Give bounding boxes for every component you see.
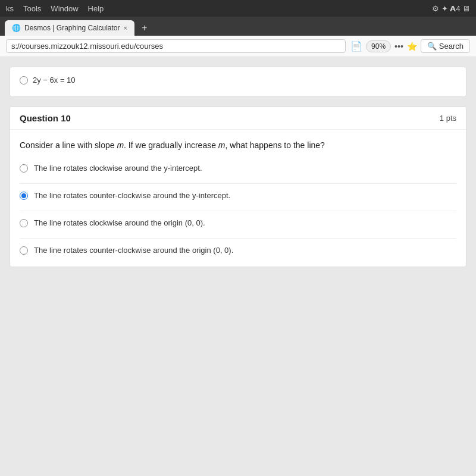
search-button[interactable]: 🔍 Search	[421, 39, 470, 53]
menu-bar[interactable]: ks Tools Window Help	[6, 4, 104, 13]
question-text: Consider a line with slope m. If we grad…	[20, 139, 456, 152]
search-icon: 🔍	[427, 42, 437, 51]
radio-option-1[interactable]	[20, 164, 28, 173]
question-card: Question 10 1 pts Consider a line with s…	[10, 107, 466, 267]
question-title: Question 10	[20, 113, 71, 123]
content-area: 2y − 6x = 10 Question 10 1 pts Consider …	[0, 57, 476, 476]
radio-option-4[interactable]	[20, 246, 28, 255]
options-list: The line rotates clockwise around the y-…	[20, 164, 456, 257]
question-body: Consider a line with slope m. If we grad…	[10, 130, 466, 267]
zoom-level[interactable]: 90%	[366, 40, 391, 52]
radio-option-3[interactable]	[20, 219, 28, 227]
url-input[interactable]	[6, 39, 346, 53]
radio-option-2[interactable]	[20, 192, 28, 200]
prev-radio[interactable]	[20, 76, 28, 84]
menu-help[interactable]: Help	[88, 4, 104, 13]
title-bar: ks Tools Window Help ⚙ ✦ 𝗔4 🖥	[0, 0, 476, 17]
tab-close-button[interactable]: ×	[124, 24, 127, 32]
prev-equation: 2y − 6x = 10	[33, 76, 76, 84]
question-points: 1 pts	[440, 114, 456, 123]
option-item-2[interactable]: The line rotates counter-clockwise aroun…	[20, 183, 456, 202]
menu-window[interactable]: Window	[51, 4, 78, 13]
system-icons: ⚙ ✦ 𝗔4 🖥	[432, 4, 470, 13]
option-item-1[interactable]: The line rotates clockwise around the y-…	[20, 164, 456, 175]
tab-favicon: 🌐	[12, 24, 21, 32]
new-tab-button[interactable]: +	[137, 20, 152, 36]
search-label: Search	[439, 42, 464, 51]
page-icon: 📄	[350, 40, 362, 52]
option-label-1: The line rotates clockwise around the y-…	[34, 164, 202, 173]
tab-bar: 🌐 Desmos | Graphing Calculator × +	[0, 17, 476, 36]
tab-title: Desmos | Graphing Calculator	[24, 24, 120, 32]
question-header: Question 10 1 pts	[10, 107, 466, 130]
active-tab[interactable]: 🌐 Desmos | Graphing Calculator ×	[5, 20, 134, 36]
address-controls: 📄 90% ••• ⭐ 🔍 Search	[350, 39, 470, 53]
option-label-3: The line rotates clockwise around the or…	[34, 218, 205, 227]
prev-question-fragment: 2y − 6x = 10	[10, 67, 466, 97]
option-label-2: The line rotates counter-clockwise aroun…	[34, 191, 230, 200]
address-bar: 📄 90% ••• ⭐ 🔍 Search	[0, 36, 476, 57]
bookmark-icon[interactable]: ⭐	[407, 42, 417, 51]
menu-tools[interactable]: Tools	[23, 4, 41, 13]
option-item-3[interactable]: The line rotates clockwise around the or…	[20, 211, 456, 230]
menu-ks[interactable]: ks	[6, 4, 14, 13]
option-label-4: The line rotates counter-clockwise aroun…	[34, 246, 233, 255]
option-item-4[interactable]: The line rotates counter-clockwise aroun…	[20, 238, 456, 257]
prev-option: 2y − 6x = 10	[20, 76, 456, 84]
more-options[interactable]: •••	[394, 42, 403, 51]
title-bar-right: ⚙ ✦ 𝗔4 🖥	[432, 4, 470, 13]
